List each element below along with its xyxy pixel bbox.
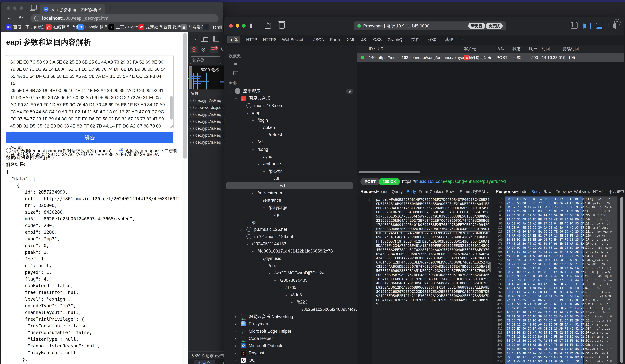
chevron-down-icon[interactable]: ⌄ — [285, 291, 288, 298]
waterfall-drag-handle[interactable] — [189, 66, 192, 89]
chevron-down-icon[interactable]: ⌄ — [257, 255, 260, 262]
chevron-down-icon[interactable]: ⌄ — [229, 87, 232, 94]
chevron-right-icon[interactable]: › — [251, 138, 253, 146]
tree-item[interactable]: ⌄/enhance — [224, 160, 357, 168]
chevron-right-icon[interactable]: › — [235, 335, 236, 342]
tree-item[interactable]: ›Microsoft Edge Helper — [224, 328, 357, 335]
tree-item[interactable]: ⌄/28873679435 — [224, 277, 357, 284]
network-request-item[interactable]: {;}stop-words.json? — [188, 104, 224, 111]
request-body-pane[interactable]: 1 params=FA90B329E9614F79E79598F37DC2EDB… — [357, 196, 492, 364]
chevron-down-icon[interactable]: ⌄ — [251, 116, 254, 124]
column-header-1[interactable]: URL — [378, 45, 386, 53]
dock-side-icon[interactable] — [213, 36, 219, 41]
chevron-down-icon[interactable]: ⌄ — [263, 167, 265, 175]
filter-tab-›[interactable]: › — [459, 36, 466, 43]
window-close-button[interactable] — [7, 6, 10, 10]
tree-item[interactable]: ⌄/eapi — [224, 109, 357, 117]
chevron-down-icon[interactable]: ⌄ — [279, 284, 282, 291]
response-tab-[interactable]: 十六进制 ⇅ — [609, 187, 624, 196]
column-header-7[interactable]: 持续时间 — [563, 45, 579, 53]
filter-tab-媒体[interactable]: 媒体 — [426, 36, 439, 43]
listening-address-pill[interactable]: Proxyman | 监听 10.9.11.145:9090 新更新 免费版 — [354, 22, 506, 30]
tree-item[interactable]: ⌄/playpage — [224, 204, 357, 211]
request-tab-Raw[interactable]: Raw — [446, 187, 454, 196]
chevron-down-icon[interactable]: ⌄ — [268, 175, 271, 182]
hex-input-textarea[interactable]: 60 0E E0 7C 58 99 DA 5E 82 25 E8 6B 25 6… — [6, 55, 174, 128]
chevron-right-icon[interactable]: › — [235, 349, 236, 357]
tree-item[interactable]: ⌄/mlivestream — [224, 189, 357, 197]
chevron-right-icon[interactable]: › — [235, 320, 236, 328]
filter-tab-文档[interactable]: 文档 — [409, 36, 422, 43]
chevron-down-icon[interactable]: ⌄ — [257, 160, 260, 167]
sidebar-item-saved[interactable] — [224, 69, 357, 77]
tree-item[interactable]: ⌄/wo3DlMOGwrbDjj7DisKw — [224, 269, 357, 277]
filter-tab-CSS[interactable]: CSS — [371, 36, 384, 43]
textarea-resize-grip[interactable] — [170, 124, 173, 128]
chevron-down-icon[interactable]: ⌄ — [257, 124, 260, 131]
tree-item[interactable]: ›/v1 — [224, 138, 357, 146]
requests-table-header[interactable]: ID ˄URL客户端方法状态响应…时间持续时间 — [357, 45, 624, 53]
filter-tab-GraphQL[interactable]: GraphQL — [385, 36, 407, 43]
tree-item[interactable]: ⌄/3de3 — [224, 291, 357, 299]
tree-item-selected[interactable]: /v1 — [224, 182, 357, 189]
chevron-down-icon[interactable]: ⌄ — [274, 276, 277, 284]
filter-tab-其他[interactable]: 其他 — [442, 36, 456, 43]
filter-tab-WebSocket[interactable]: WebSocket — [280, 36, 306, 43]
refresh-icon[interactable]: ↻ — [19, 15, 23, 21]
response-tab-Response[interactable]: Response — [496, 187, 516, 196]
request-scrollbar[interactable] — [489, 262, 491, 272]
chevron-right-icon[interactable]: › — [235, 313, 236, 320]
tree-item[interactable]: ⌄/entrance — [224, 197, 357, 204]
bookmark-item[interactable]: du百度一下，你就知道 — [6, 24, 50, 31]
tree-item[interactable]: ⌄∿m701.music.126.net — [224, 233, 357, 240]
column-header-3[interactable]: 方法 — [497, 45, 504, 53]
tree-item[interactable]: ⌄/20240511144133 — [224, 240, 357, 247]
clear-network-icon[interactable]: ⊘ — [201, 46, 206, 53]
chevron-down-icon[interactable]: ⌄ — [263, 262, 265, 269]
tree-item[interactable]: /lyric — [224, 153, 357, 160]
chevron-down-icon[interactable]: ⌄ — [251, 247, 254, 254]
response-mode-radio[interactable] — [120, 148, 124, 153]
tree-item[interactable]: ›QQQ — [224, 357, 357, 364]
column-header-0[interactable]: ID ˄ — [369, 45, 375, 53]
chevron-down-icon[interactable]: ⌄ — [251, 189, 254, 196]
toggle-bottom-panel-icon[interactable] — [596, 23, 603, 29]
sidebar-item-pinned[interactable] — [224, 61, 357, 69]
network-request-item[interactable]: {;}decrypt?isReq=fa — [188, 111, 224, 118]
bookmark-item[interactable]: yd在线翻译_有道 — [46, 24, 80, 31]
bookmark-item[interactable]: W最新微博-首页-微博 — [138, 24, 181, 31]
inspect-element-icon[interactable] — [191, 36, 197, 41]
tree-item[interactable]: /refresh — [224, 131, 357, 138]
chevron-down-icon[interactable]: ⌄ — [290, 298, 293, 305]
column-header-6[interactable]: 时间 — [542, 45, 550, 53]
toggle-left-sidebar-icon[interactable] — [584, 23, 591, 29]
column-header-5[interactable]: 响应… — [529, 45, 541, 53]
tree-item[interactable]: ›OMicrosoft Outlook — [224, 342, 357, 349]
tree-item[interactable]: ⌄/token — [224, 124, 357, 131]
chevron-down-icon[interactable]: ⌄ — [263, 204, 265, 211]
window-minimize-button[interactable] — [13, 6, 16, 10]
chevron-down-icon[interactable]: ⌄ — [235, 94, 238, 102]
new-tab-button[interactable]: + — [108, 5, 112, 12]
network-request-item[interactable]: {;}decrypt?isReq=fa — [188, 125, 224, 132]
tree-item[interactable]: /8626e1c25b06f246893f4c7… — [224, 306, 357, 313]
tab-console[interactable]: 控制台 — [194, 360, 215, 364]
response-tab-HTML[interactable]: HTML — [593, 187, 604, 196]
bookmark-item[interactable]: ◔Trendi — [203, 24, 222, 31]
pause-capture-icon[interactable]: ‖ — [250, 23, 253, 29]
column-header-4[interactable]: 状态 — [512, 45, 521, 53]
record-network-icon[interactable] — [190, 46, 198, 53]
request-tab-Form[interactable]: Form — [419, 187, 428, 196]
response-tab-Treeview[interactable]: Treeview — [556, 187, 572, 196]
tab-issues[interactable]: 问题 — [223, 361, 224, 364]
chevron-down-icon[interactable]: ⌄ — [251, 146, 254, 153]
filter-tab-Form[interactable]: Form — [328, 36, 342, 43]
tree-item[interactable]: ⌄/login — [224, 117, 357, 124]
response-tab-Raw[interactable]: Raw — [543, 187, 551, 196]
chevron-down-icon[interactable]: ⌄ — [246, 240, 249, 247]
network-request-item[interactable]: {;}decrypt?isReq=tr — [188, 132, 224, 139]
table-horizontal-scrollbar[interactable] — [358, 171, 420, 173]
request-tab-Header[interactable]: Header — [377, 187, 390, 196]
tree-item[interactable]: ⌄应用程序9 — [224, 88, 357, 95]
tree-item[interactable]: ⌄∿music.163.com — [224, 102, 357, 109]
